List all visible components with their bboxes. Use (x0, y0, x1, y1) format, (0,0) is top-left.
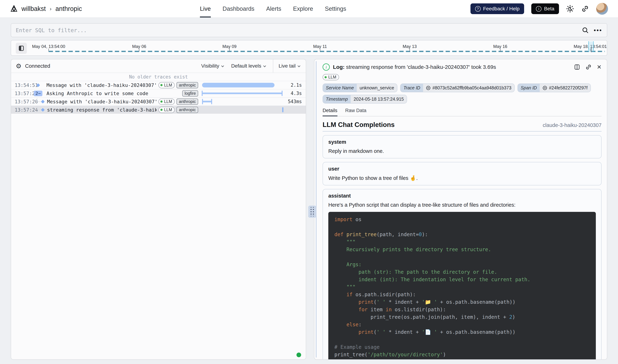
close-icon[interactable]: ✕ (597, 64, 602, 70)
breadcrumb[interactable]: willbakst › anthropic (10, 5, 82, 13)
log-label: Log: (333, 64, 345, 70)
llm-badge: LLM (158, 99, 175, 105)
timeline-tick-label: May 13 (403, 44, 417, 49)
message-card-assistant: assistant Here's a Python script that ca… (323, 189, 602, 360)
question-icon: ? (475, 6, 481, 12)
field-value: 2024-05-18 13:57:24.915 (351, 95, 407, 103)
code-line: if os.path.isdir(path): (334, 291, 590, 299)
code-line: print(' ' * indent + '📄 ' + os.path.base… (334, 328, 590, 336)
field-value[interactable]: #24fe5822720f297f (540, 84, 591, 92)
message-role: assistant (328, 193, 596, 199)
scope-badge: logfire (182, 90, 198, 97)
live-tail-label: Live tail (279, 63, 296, 69)
message-text: Here's a Python script that can display … (328, 202, 596, 208)
sql-filter-bar: ••• (11, 23, 607, 37)
span-diamond-icon (41, 100, 45, 103)
llm-badge: LLM (158, 82, 175, 88)
timeline[interactable]: May 04, 13:54:00May 06May 09May 11May 13… (11, 40, 607, 56)
code-line (334, 336, 590, 343)
feedback-help-label: Feedback / Help (483, 6, 520, 12)
code-line (334, 223, 590, 231)
duration-bar-zone (201, 106, 285, 114)
timeline-tick-label: May 11 (313, 44, 327, 49)
beta-button[interactable]: i Beta (531, 3, 559, 14)
logfire-app: willbakst › anthropic Live Dashboards Al… (0, 0, 618, 364)
tab-details[interactable]: Details (323, 108, 337, 117)
log-title-text: streaming response from 'claude-3-haiku-… (346, 64, 496, 70)
code-line: indent (int): The indentation level for … (334, 276, 590, 283)
llm-badge: LLM (323, 74, 339, 80)
llm-dot-icon (325, 76, 327, 78)
breadcrumb-org[interactable]: willbakst (21, 5, 46, 13)
live-tail-dropdown[interactable]: Live tail (273, 59, 306, 73)
theme-toggle-icon[interactable] (566, 5, 574, 13)
field-span-id: Span ID #24fe5822720f297f (517, 83, 591, 92)
tab-explore[interactable]: Explore (293, 0, 313, 17)
message-text: Write Python to show a tree of files 🤞. (328, 175, 596, 181)
code-block[interactable]: import os def print_tree(path, indent=0)… (328, 212, 596, 360)
visibility-label: Visibility (201, 63, 219, 69)
llm-dot-icon (160, 84, 163, 86)
sidebar-toggle-button[interactable] (16, 43, 27, 54)
llm-dot-icon (160, 109, 163, 111)
message-text: Reply in markdown one. (328, 148, 596, 154)
code-line: # Example usage (334, 343, 590, 351)
code-line (334, 253, 590, 261)
more-options-icon[interactable]: ••• (594, 27, 602, 34)
visibility-dropdown[interactable]: Visibility (201, 63, 223, 69)
trace-duration: 4.3s (285, 91, 306, 96)
duration-bar (282, 107, 283, 112)
code-line: Recursively prints the directory tree st… (334, 246, 590, 253)
llm-section-header: LLM Chat Completions claude-3-haiku-2024… (323, 121, 602, 129)
tab-alerts[interactable]: Alerts (266, 0, 281, 17)
topbar-actions: ? Feedback / Help i Beta (471, 3, 608, 15)
trace-row[interactable]: 13:54:51 Message with 'claude-3-haiku-20… (11, 81, 306, 89)
tree-connector (37, 98, 41, 102)
main-tabs: Live Dashboards Alerts Explore Settings (200, 0, 358, 17)
collapse-count-badge[interactable]: 2− (34, 91, 42, 96)
tab-raw-data[interactable]: Raw Data (345, 108, 367, 117)
timeline-tick-label: May 16 (493, 44, 507, 49)
span-diamond-icon (36, 83, 40, 87)
link-icon (542, 86, 547, 90)
share-link-icon[interactable] (581, 5, 589, 13)
split-view-icon[interactable] (574, 64, 580, 70)
trace-row-selected[interactable]: 13:57:24 streaming response from 'claude… (11, 105, 306, 114)
search-icon[interactable] (582, 27, 589, 34)
timeline-dashed-line (49, 51, 605, 52)
panel-resize-handle[interactable] (308, 206, 316, 218)
tab-settings[interactable]: Settings (325, 0, 346, 17)
tab-dashboards[interactable]: Dashboards (223, 0, 254, 17)
trace-title: Asking Anthropic to write some code (47, 91, 180, 96)
default-levels-dropdown[interactable]: Default levels (231, 63, 265, 69)
main-content: ⚙ Connected Visibility Default levels Li… (11, 59, 607, 360)
connection-status: Connected (25, 63, 50, 69)
model-name: claude-3-haiku-20240307 (543, 122, 602, 128)
copy-link-icon[interactable] (585, 64, 592, 70)
tab-live[interactable]: Live (200, 0, 211, 17)
user-avatar[interactable] (596, 3, 608, 15)
trace-row[interactable]: 13:57:20 Message with 'claude-3-haiku-20… (11, 97, 306, 105)
message-card-user: user Write Python to show a tree of file… (323, 162, 602, 185)
message-role: system (328, 139, 596, 145)
message-role: user (328, 166, 596, 172)
sql-filter-input[interactable] (16, 27, 582, 33)
code-line: print_tree('/path/to/your/directory') (334, 351, 590, 358)
breadcrumb-project[interactable]: anthropic (55, 5, 82, 13)
field-label: Trace ID (401, 84, 423, 92)
feedback-help-button[interactable]: ? Feedback / Help (471, 3, 524, 14)
info-icon: i (536, 6, 541, 12)
llm-dot-icon (160, 101, 163, 103)
code-line: print_tree(os.path.join(path, item), ind… (334, 313, 590, 321)
code-line: """ (334, 238, 590, 246)
trace-duration: 2.1s (285, 82, 306, 88)
trace-time: 13:57:24 (11, 107, 33, 113)
timeline-selection[interactable] (588, 41, 594, 52)
scope-badge: anthropic (176, 82, 198, 88)
settings-gear-icon[interactable]: ⚙ (16, 62, 21, 70)
trace-row[interactable]: 13:57:20 2− Asking Anthropic to write so… (11, 89, 306, 97)
chevron-down-icon (298, 64, 301, 67)
trace-duration: 543ms (285, 99, 306, 104)
code-line: print(' ' * indent + '📁 ' + os.path.base… (334, 299, 590, 306)
field-value[interactable]: #8073c52a62ffb9ba05c4aa948d01b373 (423, 84, 514, 92)
